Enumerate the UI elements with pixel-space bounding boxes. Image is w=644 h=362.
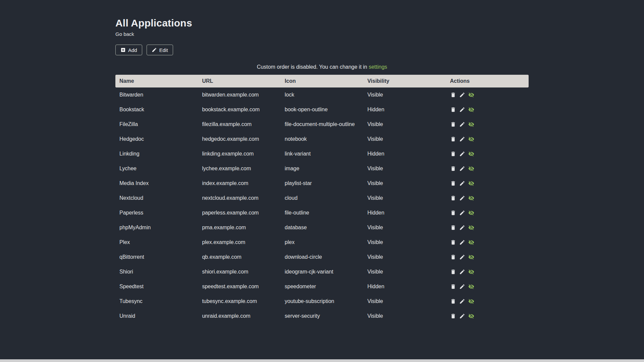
pencil-icon[interactable] — [459, 210, 465, 216]
eye-off-icon[interactable] — [468, 180, 474, 186]
eye-off-icon[interactable] — [468, 225, 474, 231]
app-actions-cell — [446, 309, 529, 323]
applications-table: Name URL Icon Visibility Actions Bitward… — [115, 75, 529, 323]
app-icon-name-cell: notebook — [281, 132, 363, 146]
app-visibility-cell: Visible — [363, 309, 446, 323]
table-row: FileZilla filezilla.example.com file-doc… — [115, 117, 529, 132]
table-row: phpMyAdmin pma.example.com database Visi… — [115, 220, 529, 235]
pencil-icon[interactable] — [459, 195, 465, 201]
pencil-icon[interactable] — [459, 136, 465, 142]
eye-off-icon[interactable] — [468, 121, 474, 127]
pencil-icon[interactable] — [459, 254, 465, 260]
settings-link[interactable]: settings — [369, 64, 387, 70]
delete-icon[interactable] — [450, 269, 456, 275]
delete-icon[interactable] — [450, 166, 456, 172]
app-url-cell: nextcloud.example.com — [198, 191, 280, 205]
app-visibility-cell: Visible — [363, 294, 446, 309]
pencil-icon[interactable] — [459, 239, 465, 245]
app-name-cell: Paperless — [115, 205, 198, 220]
delete-icon[interactable] — [450, 136, 456, 142]
delete-icon[interactable] — [450, 313, 456, 319]
app-name-cell: Hedgedoc — [115, 132, 198, 146]
add-button[interactable]: Add — [115, 45, 142, 55]
delete-icon[interactable] — [450, 298, 456, 304]
edit-button-label: Edit — [159, 48, 168, 53]
eye-off-icon[interactable] — [468, 239, 474, 245]
column-header-icon: Icon — [281, 75, 363, 87]
delete-icon[interactable] — [450, 225, 456, 231]
app-url-cell: speedtest.example.com — [198, 279, 280, 294]
eye-off-icon[interactable] — [468, 107, 474, 113]
table-row: Lychee lychee.example.com image Visible — [115, 161, 529, 176]
eye-off-icon[interactable] — [468, 195, 474, 201]
pencil-icon[interactable] — [459, 180, 465, 186]
table-row: Bookstack bookstack.example.com book-ope… — [115, 102, 529, 117]
app-actions-cell — [446, 220, 529, 235]
eye-off-icon[interactable] — [468, 166, 474, 172]
app-url-cell: index.example.com — [198, 176, 280, 191]
delete-icon[interactable] — [450, 121, 456, 127]
app-url-cell: hedgedoc.example.com — [198, 132, 280, 146]
app-actions-cell — [446, 117, 529, 132]
app-actions-cell — [446, 102, 529, 117]
page-title: All Applications — [115, 17, 529, 29]
go-back-link[interactable]: Go back — [115, 31, 134, 37]
app-actions-cell — [446, 176, 529, 191]
app-visibility-cell: Visible — [363, 117, 446, 132]
eye-off-icon[interactable] — [468, 92, 474, 98]
delete-icon[interactable] — [450, 151, 456, 157]
app-actions-cell — [446, 264, 529, 279]
custom-order-notice: Custom order is disabled. You can change… — [115, 64, 529, 70]
app-name-cell: Speedtest — [115, 279, 198, 294]
eye-off-icon[interactable] — [468, 313, 474, 319]
table-row: Shiori shiori.example.com ideogram-cjk-v… — [115, 264, 529, 279]
eye-off-icon[interactable] — [468, 269, 474, 275]
eye-off-icon[interactable] — [468, 136, 474, 142]
app-url-cell: bookstack.example.com — [198, 102, 280, 117]
column-header-name: Name — [115, 75, 198, 87]
delete-icon[interactable] — [450, 254, 456, 260]
app-visibility-cell: Visible — [363, 176, 446, 191]
delete-icon[interactable] — [450, 92, 456, 98]
window-bottom-edge — [0, 359, 644, 362]
app-name-cell: Shiori — [115, 264, 198, 279]
pencil-icon[interactable] — [459, 225, 465, 231]
edit-button[interactable]: Edit — [147, 45, 173, 55]
app-actions-cell — [446, 279, 529, 294]
pencil-icon[interactable] — [459, 92, 465, 98]
delete-icon[interactable] — [450, 239, 456, 245]
pencil-icon[interactable] — [459, 269, 465, 275]
pencil-icon[interactable] — [459, 313, 465, 319]
app-name-cell: phpMyAdmin — [115, 220, 198, 235]
table-row: Media Index index.example.com playlist-s… — [115, 176, 529, 191]
delete-icon[interactable] — [450, 284, 456, 290]
delete-icon[interactable] — [450, 180, 456, 186]
pencil-icon[interactable] — [459, 107, 465, 113]
delete-icon[interactable] — [450, 210, 456, 216]
pencil-icon[interactable] — [459, 166, 465, 172]
app-icon-name-cell: file-outline — [281, 205, 363, 220]
eye-off-icon[interactable] — [468, 254, 474, 260]
app-url-cell: tubesync.example.com — [198, 294, 280, 309]
pencil-icon[interactable] — [459, 284, 465, 290]
app-icon-name-cell: database — [281, 220, 363, 235]
pencil-icon[interactable] — [459, 151, 465, 157]
app-url-cell: paperless.example.com — [198, 205, 280, 220]
table-row: qBittorrent qb.example.com download-circ… — [115, 250, 529, 264]
pencil-icon[interactable] — [459, 298, 465, 304]
eye-off-icon[interactable] — [468, 210, 474, 216]
app-url-cell: bitwarden.example.com — [198, 87, 280, 102]
app-url-cell: plex.example.com — [198, 235, 280, 250]
eye-off-icon[interactable] — [468, 298, 474, 304]
app-icon-name-cell: link-variant — [281, 146, 363, 161]
pencil-icon[interactable] — [459, 121, 465, 127]
delete-icon[interactable] — [450, 195, 456, 201]
app-name-cell: Bitwarden — [115, 87, 198, 102]
app-icon-name-cell: download-circle — [281, 250, 363, 264]
app-name-cell: qBittorrent — [115, 250, 198, 264]
eye-off-icon[interactable] — [468, 151, 474, 157]
eye-off-icon[interactable] — [468, 284, 474, 290]
delete-icon[interactable] — [450, 107, 456, 113]
table-row: Bitwarden bitwarden.example.com lock Vis… — [115, 87, 529, 102]
app-icon-name-cell: speedometer — [281, 279, 363, 294]
